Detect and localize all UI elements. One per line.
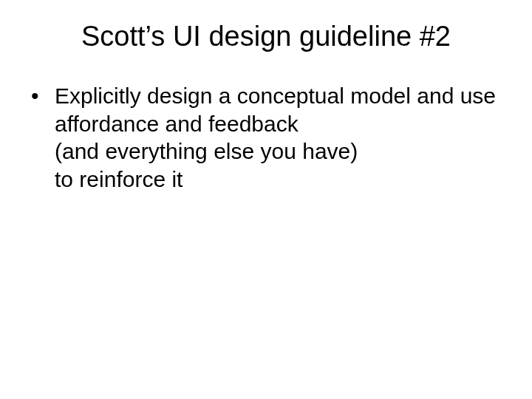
slide-title: Scott’s UI design guideline #2: [30, 21, 502, 52]
slide-body: Explicitly design a conceptual model and…: [30, 82, 502, 193]
bullet-list: Explicitly design a conceptual model and…: [30, 82, 502, 193]
list-item: Explicitly design a conceptual model and…: [30, 82, 502, 193]
bullet-text: Explicitly design a conceptual model and…: [55, 83, 496, 191]
slide: Scott’s UI design guideline #2 Explicitl…: [0, 0, 532, 399]
